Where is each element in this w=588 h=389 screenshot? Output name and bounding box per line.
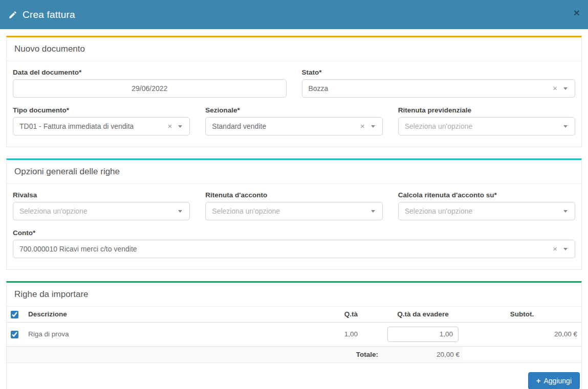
field-label-ritenuta-previdenziale: Ritenuta previdenziale	[398, 106, 575, 114]
section-nuovo-documento: Nuovo documento Data del documento* Stat…	[6, 36, 582, 147]
table-header-row: Descrizione Q.tà Q.tà da evadere Subtot.	[7, 307, 581, 322]
ritenuta-acconto-select[interactable]: Seleziona un'opzione	[205, 202, 382, 220]
calcola-ritenuta-select-placeholder: Seleziona un'opzione	[405, 207, 473, 215]
column-header-subtot: Subtot.	[463, 307, 581, 322]
chevron-down-icon	[178, 210, 182, 213]
close-icon[interactable]: ×	[573, 6, 581, 19]
qta-da-evadere-input[interactable]	[387, 327, 459, 342]
section-title-opzioni-righe: Opzioni generali delle righe	[7, 160, 581, 184]
row-qta: 1,00	[286, 322, 383, 346]
plus-icon: +	[536, 377, 541, 384]
field-data-documento: Data del documento*	[13, 68, 287, 98]
ritenuta-previdenziale-select-placeholder: Seleziona un'opzione	[405, 122, 473, 130]
conto-select[interactable]: 700.000010 Ricavi merci c/to vendite ×	[13, 240, 575, 258]
chevron-down-icon	[563, 248, 568, 250]
field-stato: Stato* Bozza ×	[302, 68, 576, 98]
column-header-qta: Q.tà	[286, 307, 383, 322]
clear-icon[interactable]: ×	[360, 122, 365, 130]
pencil-icon	[8, 10, 17, 19]
section-righe-da-importare: Righe da importare Descrizione Q.tà Q.tà…	[6, 281, 582, 389]
row-checkbox[interactable]	[11, 331, 18, 338]
column-header-descrizione: Descrizione	[24, 307, 286, 322]
field-label-ritenuta-acconto: Ritenuta d'acconto	[205, 191, 382, 199]
chevron-down-icon	[563, 87, 568, 90]
field-ritenuta-acconto: Ritenuta d'acconto Seleziona un'opzione	[205, 191, 382, 220]
field-label-tipo-documento: Tipo documento*	[13, 106, 190, 114]
stato-select-value: Bozza	[309, 84, 329, 93]
select-all-checkbox[interactable]	[11, 311, 18, 318]
tipo-documento-select[interactable]: TD01 - Fattura immediata di vendita ×	[13, 117, 190, 135]
field-label-conto: Conto*	[13, 229, 575, 237]
add-button-label: Aggiungi	[544, 377, 572, 385]
totale-value: 20,00 €	[383, 346, 463, 362]
field-label-calcola-ritenuta: Calcola ritenuta d'acconto su*	[398, 191, 575, 199]
totale-label: Totale:	[7, 346, 383, 362]
clear-icon[interactable]: ×	[553, 245, 557, 253]
field-label-sezionale: Sezionale*	[205, 106, 382, 114]
sezionale-select[interactable]: Standard vendite ×	[205, 117, 382, 135]
field-rivalsa: Rivalsa Seleziona un'opzione	[13, 191, 190, 220]
row-subtot: 20,00 €	[463, 322, 581, 346]
field-label-stato: Stato*	[302, 68, 576, 76]
section-opzioni-righe: Opzioni generali delle righe Rivalsa Sel…	[6, 158, 582, 270]
sezionale-select-value: Standard vendite	[212, 122, 266, 130]
field-label-data-documento: Data del documento*	[13, 68, 287, 76]
chevron-down-icon	[563, 210, 568, 213]
row-descrizione: Riga di prova	[24, 322, 286, 346]
section-title-righe: Righe da importare	[7, 283, 581, 307]
column-header-qta-da-evadere: Q.tà da evadere	[383, 307, 463, 322]
rivalsa-select-placeholder: Seleziona un'opzione	[19, 207, 88, 215]
section-body: Data del documento* Stato* Bozza × Tipo …	[7, 61, 581, 147]
field-ritenuta-previdenziale: Ritenuta previdenziale Seleziona un'opzi…	[398, 106, 575, 135]
chevron-down-icon	[563, 125, 568, 128]
chevron-down-icon	[371, 210, 375, 213]
section-title-nuovo-documento: Nuovo documento	[7, 37, 581, 61]
field-calcola-ritenuta: Calcola ritenuta d'acconto su* Seleziona…	[398, 191, 575, 220]
modal-header: Crea fattura ×	[0, 0, 588, 29]
clear-icon[interactable]: ×	[168, 122, 172, 130]
table-row: Riga di prova 1,00 20,00 €	[7, 322, 581, 346]
clear-icon[interactable]: ×	[553, 84, 557, 92]
section-body: Rivalsa Seleziona un'opzione Ritenuta d'…	[7, 184, 581, 269]
table-total-row: Totale: 20,00 €	[7, 346, 581, 362]
rivalsa-select[interactable]: Seleziona un'opzione	[13, 202, 190, 220]
tipo-documento-select-value: TD01 - Fattura immediata di vendita	[19, 122, 134, 130]
ritenuta-acconto-select-placeholder: Seleziona un'opzione	[212, 207, 280, 215]
create-invoice-modal: Crea fattura × Nuovo documento Data del …	[0, 0, 588, 389]
date-input[interactable]	[13, 79, 287, 98]
field-sezionale: Sezionale* Standard vendite ×	[205, 106, 382, 135]
chevron-down-icon	[371, 125, 375, 128]
ritenuta-previdenziale-select[interactable]: Seleziona un'opzione	[398, 117, 575, 135]
calcola-ritenuta-select[interactable]: Seleziona un'opzione	[398, 202, 575, 220]
add-button[interactable]: + Aggiungi	[528, 372, 580, 389]
rows-table: Descrizione Q.tà Q.tà da evadere Subtot.…	[7, 307, 581, 363]
actions-bar: + Aggiungi	[7, 363, 581, 389]
chevron-down-icon	[178, 125, 182, 128]
field-tipo-documento: Tipo documento* TD01 - Fattura immediata…	[13, 106, 190, 135]
conto-select-value: 700.000010 Ricavi merci c/to vendite	[19, 245, 137, 253]
field-conto: Conto* 700.000010 Ricavi merci c/to vend…	[13, 229, 575, 258]
field-label-rivalsa: Rivalsa	[13, 191, 190, 199]
modal-title: Crea fattura	[23, 9, 75, 20]
stato-select[interactable]: Bozza ×	[302, 79, 576, 98]
